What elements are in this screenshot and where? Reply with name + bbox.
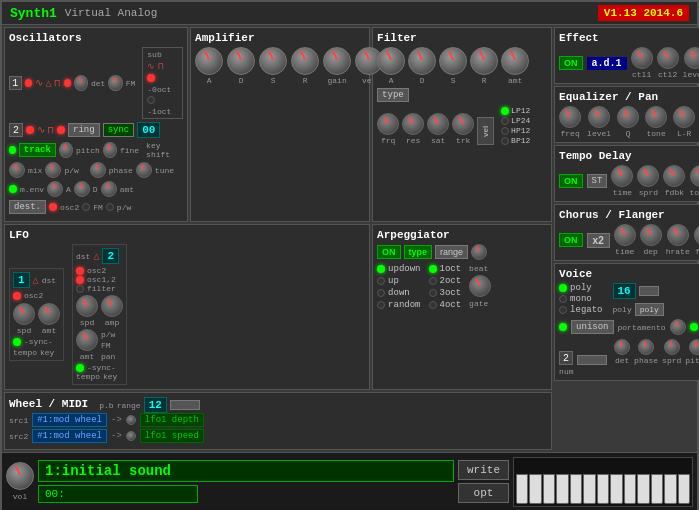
sub-wave2[interactable]: ⊓ [158,61,163,72]
wave-tri-icon[interactable]: △ [46,77,52,89]
write-button[interactable]: write [458,460,509,480]
filt-sat-knob[interactable] [427,113,449,135]
lfo1-sync-led [13,338,21,346]
amp-s-knob[interactable] [259,47,287,75]
voice-pitch-knob[interactable] [689,339,699,355]
chorus-x2-button[interactable]: x2 [587,233,610,248]
filt-amt-knob[interactable] [501,47,529,75]
effect-level-knob[interactable] [684,47,699,69]
lfo1-wave[interactable]: △ [33,274,39,286]
env-d-knob[interactable] [74,181,90,197]
filt-r-knob[interactable] [470,47,498,75]
arp-type-button[interactable]: type [404,245,433,259]
vol-knob[interactable] [6,462,34,490]
filt-s-knob[interactable] [439,47,467,75]
mix-knob[interactable] [9,162,25,178]
lfo1-amt-knob[interactable] [38,303,60,325]
tempo-toned-knob[interactable] [690,165,699,187]
eq-tone-knob[interactable] [645,106,667,128]
osc2-wave1[interactable]: ∿ [37,124,45,136]
voice-sprd-knob[interactable] [664,339,680,355]
wave-sine-icon[interactable]: ∿ [35,77,43,89]
arp-updown-label: updown [388,264,420,274]
arp-range-button[interactable]: range [435,245,468,259]
lfo2-amp-knob[interactable] [101,295,123,317]
voice-poly-dropdown[interactable]: poly [635,303,664,316]
vel-button[interactable]: vel [477,117,494,145]
eq-level-knob[interactable] [588,106,610,128]
sub-wave1[interactable]: ∿ [147,61,155,72]
pw-knob[interactable] [45,162,61,178]
effect-ctl2-knob[interactable] [657,47,679,69]
chorus-dep-knob[interactable] [640,224,662,246]
amp-gain-knob[interactable] [323,47,351,75]
filt-d-knob[interactable] [408,47,436,75]
src2-mod-wheel[interactable]: #1:mod wheel [32,429,107,443]
osc2-wave2[interactable]: ⊓ [48,124,54,136]
tempo-sprd-knob[interactable] [637,165,659,187]
osc1-det-knob[interactable] [74,75,88,91]
chorus-hrate-knob[interactable] [667,224,689,246]
amplifier-title: Amplifier [195,32,365,44]
filt-frq-knob[interactable] [377,113,399,135]
voice-phase-knob[interactable] [638,339,654,355]
track-button[interactable]: track [19,143,56,157]
unison-button[interactable]: unison [571,320,613,334]
chorus-on-button[interactable]: ON [559,233,583,247]
effect-on-button[interactable]: ON [559,56,583,70]
filt-res-knob[interactable] [402,113,424,135]
filt-trk-knob[interactable] [452,113,474,135]
eq-freq-knob[interactable] [559,106,581,128]
opt-button[interactable]: opt [458,483,509,503]
tempo-time-knob[interactable] [611,165,633,187]
chorus-fdbk-knob[interactable] [694,224,699,246]
fine-knob[interactable] [103,142,117,158]
tempo-fdbk-knob[interactable] [663,165,685,187]
arp-gate-knob[interactable] [469,275,491,297]
chorus-time-knob[interactable] [614,224,636,246]
eq-lr-knob[interactable] [673,106,695,128]
arp-beat-knob[interactable] [471,244,487,260]
ring-button[interactable]: ring [68,123,100,137]
app-subtitle: Virtual Analog [65,7,157,19]
env-amt-knob[interactable] [101,181,117,197]
filt-d-group: D [408,47,436,85]
portamento-knob[interactable] [670,319,686,335]
osc1-fm-knob[interactable] [108,75,122,91]
lfo2-spd-knob[interactable] [76,295,98,317]
tempo-row: ON ST time sprd fdbk [559,165,699,197]
voice-slider[interactable] [577,355,607,365]
lfo2-wave[interactable]: △ [93,250,99,262]
voice-det-knob[interactable] [614,339,630,355]
effect-ctl1-knob[interactable] [631,47,653,69]
tempo-st-button[interactable]: ST [587,174,608,188]
src2-knob[interactable] [126,431,136,441]
sync-button[interactable]: sync [103,123,135,137]
phase-knob[interactable] [90,162,106,178]
pitch-knob[interactable] [59,142,73,158]
tune-knob[interactable] [136,162,152,178]
wave-sq-icon[interactable]: ⊓ [55,77,61,89]
ctl1-label: ctl1 [632,70,651,79]
lfo1-spd-knob[interactable] [13,303,35,325]
voice-knobs-row: 2 det phase sprd [559,339,699,365]
amp-r-knob[interactable] [291,47,319,75]
arp-on-button[interactable]: ON [377,245,401,259]
sound-num-display: 00: [38,485,198,503]
dest-button[interactable]: dest. [9,200,46,214]
hp12-label: HP12 [511,126,530,135]
eq-q-knob[interactable] [617,106,639,128]
env-a-knob[interactable] [47,181,63,197]
lfo2-amt-knob[interactable] [76,329,98,351]
filt-a-knob[interactable] [377,47,405,75]
amp-d-knob[interactable] [227,47,255,75]
voice-num-slider[interactable] [639,286,659,296]
pb-slider[interactable] [170,400,200,410]
src1-mod-wheel[interactable]: #1:mod wheel [32,413,107,427]
lfo1-dst-label: dst [42,276,56,285]
filter-type-button[interactable]: type [377,88,409,102]
ctl2-label: ctl2 [658,70,677,79]
amp-a-knob[interactable] [195,47,223,75]
src1-knob[interactable] [126,415,136,425]
tempo-on-button[interactable]: ON [559,174,583,188]
